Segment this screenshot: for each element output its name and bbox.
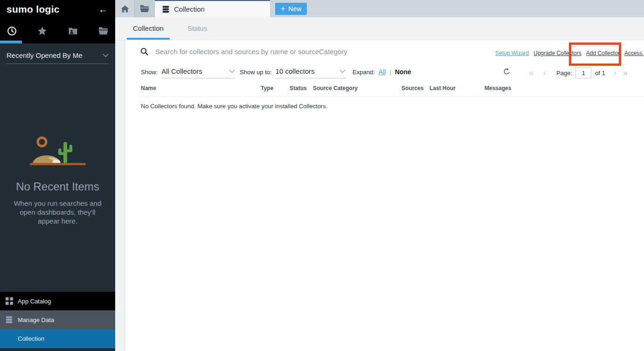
column-header-name: Name: [141, 85, 261, 91]
limit-label: Show up to:: [240, 69, 272, 76]
no-collectors-message: No Collectors found. Make sure you activ…: [141, 103, 327, 110]
content-area: Setup Wizard Upgrade Collectors Add Coll…: [115, 40, 644, 351]
show-label: Show:: [141, 69, 158, 76]
home-button[interactable]: [115, 0, 134, 17]
collectors-table-header: Name Type Status Source Category Sources…: [141, 85, 644, 97]
sidebar-bottom-menu: App Catalog Manage Data Collection: [0, 292, 115, 348]
expand-none-link[interactable]: None: [395, 68, 411, 76]
collection-page: Setup Wizard Upgrade Collectors Add Coll…: [125, 40, 644, 351]
chevron-down-icon: [339, 70, 346, 73]
library-folder-icon[interactable]: [98, 26, 109, 36]
column-header-last-hour: Last Hour: [429, 85, 485, 91]
top-tab-bar: Collection + New: [115, 0, 644, 17]
folder-icon: [140, 5, 149, 13]
active-nav-indicator: [0, 41, 22, 43]
menu-item-label: App Catalog: [18, 298, 51, 305]
show-dropdown[interactable]: All Collectors: [161, 67, 235, 78]
recents-clock-icon[interactable]: [6, 26, 17, 36]
favorites-star-icon[interactable]: [37, 26, 48, 36]
empty-state-title: No Recent Items: [0, 180, 115, 193]
grid-icon: [6, 297, 14, 305]
doc-tab-title: Collection: [174, 5, 205, 13]
search-input[interactable]: [155, 48, 444, 56]
show-filter: Show: All Collectors: [141, 67, 235, 78]
search-icon: [140, 48, 148, 56]
page-label: Page:: [556, 70, 572, 77]
tab-collection-document[interactable]: Collection: [155, 0, 270, 17]
app-window: sumo logic ← Recently Opened By: [0, 0, 644, 351]
new-button[interactable]: + New: [275, 3, 307, 15]
recently-opened-label: Recently Opened By Me: [7, 51, 83, 59]
column-header-status: Status: [290, 85, 313, 91]
list-controls: Show: All Collectors Show up to: 10 coll…: [125, 67, 644, 81]
next-page-button[interactable]: ›: [614, 69, 616, 77]
empty-state-subtitle: When you run searches and open dashboard…: [8, 199, 107, 225]
pagination: « ‹ Page: of 1 › »: [529, 67, 628, 78]
quick-links: Setup Wizard Upgrade Collectors Add Coll…: [495, 50, 644, 56]
chevron-down-icon: [229, 70, 235, 73]
last-page-button[interactable]: »: [623, 69, 628, 77]
sidebar-item-manage-data[interactable]: Manage Data: [0, 310, 115, 329]
browse-folder-button[interactable]: [134, 0, 155, 17]
first-page-button[interactable]: «: [529, 69, 533, 77]
collapse-sidebar-icon[interactable]: ←: [98, 5, 108, 14]
page-number-input[interactable]: [575, 67, 591, 78]
page-tabs: Collection Status: [115, 17, 644, 40]
sumo-logic-logo: sumo logic: [7, 4, 60, 15]
expand-label: Expand:: [353, 69, 375, 76]
expand-separator: |: [389, 69, 391, 76]
sidebar: sumo logic ← Recently Opened By: [0, 0, 115, 351]
left-gutter: [115, 40, 125, 351]
access-keys-link[interactable]: Access Keys: [624, 50, 644, 56]
main-area: Collection + New Collection Status Setup…: [115, 0, 644, 351]
recently-opened-dropdown[interactable]: Recently Opened By Me: [7, 51, 109, 64]
desert-illustration: [29, 135, 87, 166]
expand-all-link[interactable]: All: [379, 68, 386, 76]
sidebar-header: sumo logic ←: [0, 0, 115, 43]
new-button-label: New: [288, 5, 301, 13]
limit-dropdown-value: 10 collectors: [276, 67, 315, 75]
setup-wizard-link[interactable]: Setup Wizard: [495, 50, 529, 56]
page-count-label: of 1: [595, 70, 605, 77]
show-dropdown-value: All Collectors: [161, 67, 202, 75]
column-header-source-category: Source Category: [313, 85, 402, 91]
tab-collection[interactable]: Collection: [127, 24, 170, 40]
sidebar-item-collection[interactable]: Collection: [0, 329, 115, 348]
search-bar: [140, 48, 444, 56]
previous-page-button[interactable]: ‹: [543, 69, 546, 77]
chevron-down-icon: [103, 54, 109, 57]
refresh-icon: [503, 68, 510, 76]
expand-control: Expand: All | None: [353, 68, 411, 76]
column-header-sources: Sources: [402, 85, 429, 91]
add-collector-link[interactable]: Add Collector: [586, 50, 620, 56]
upgrade-collectors-link[interactable]: Upgrade Collectors: [533, 50, 582, 56]
database-icon: [162, 6, 169, 13]
personal-folder-icon[interactable]: [67, 26, 78, 36]
column-header-type: Type: [261, 85, 290, 91]
sidebar-icon-nav: [0, 23, 115, 38]
home-icon: [121, 5, 129, 13]
sidebar-item-app-catalog[interactable]: App Catalog: [0, 292, 115, 310]
plus-icon: +: [281, 5, 285, 13]
column-header-messages: Messages: [485, 85, 644, 91]
tab-status[interactable]: Status: [181, 24, 214, 40]
database-icon: [6, 316, 14, 323]
limit-filter: Show up to: 10 collectors: [240, 67, 346, 78]
menu-item-label: Collection: [18, 335, 44, 342]
menu-item-label: Manage Data: [18, 316, 54, 323]
limit-dropdown[interactable]: 10 collectors: [276, 67, 346, 78]
refresh-button[interactable]: [503, 68, 510, 77]
sidebar-empty-state: No Recent Items When you run searches an…: [0, 135, 115, 225]
